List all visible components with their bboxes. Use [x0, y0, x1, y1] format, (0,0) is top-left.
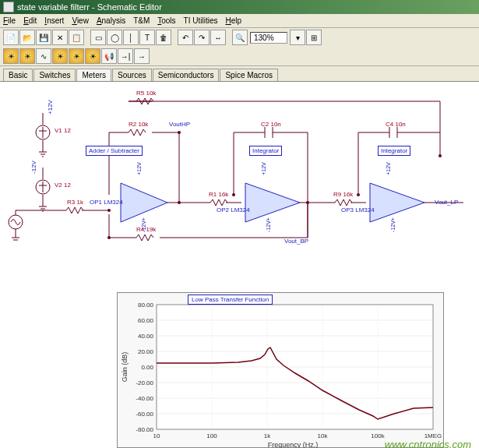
label-r5: R5 10k	[136, 90, 156, 97]
svg-text:Gain (dB): Gain (dB)	[121, 352, 129, 383]
sim-button-7[interactable]: 📢	[101, 48, 117, 64]
schematic-canvas[interactable]: V1 12 V2 12 +12V -12V R3 1k R2 10k R5 10…	[0, 82, 479, 448]
box-integ2: Integrator	[378, 146, 410, 156]
watermark: www.cntronics.com	[385, 439, 471, 448]
svg-text:10: 10	[153, 432, 160, 439]
label-r1: R1 16k	[209, 191, 228, 198]
label-v2: V2 12	[55, 182, 71, 189]
select-button[interactable]: ▭	[90, 30, 106, 45]
lasso-button[interactable]: ◯	[107, 30, 122, 45]
svg-text:60.00: 60.00	[138, 317, 154, 324]
bode-plot: Low Pass Transfer Function 80.00	[117, 292, 444, 448]
rotate-left-button[interactable]: ↶	[178, 30, 193, 45]
label-c2: C2 10n	[261, 121, 281, 128]
svg-text:-80.00: -80.00	[136, 426, 153, 433]
menu-tools[interactable]: Tools	[157, 16, 175, 25]
toolbar: 📄 📂 💾 ✕ 📋 ▭ ◯ │ T 🗑 ↶ ↷ ↔ 🔍 130% ▾ ⊞ ☀ ☀…	[0, 28, 479, 66]
net-voutbp: Vout_BP	[284, 238, 308, 245]
menu-tm[interactable]: T&M	[133, 16, 150, 25]
net-vouthp: VoutHP	[169, 121, 190, 128]
svg-text:40.00: 40.00	[138, 333, 154, 340]
sim-button-1[interactable]: ☀	[3, 48, 19, 64]
svg-point-9	[438, 154, 442, 157]
schematic-svg	[0, 82, 479, 300]
new-button[interactable]: 📄	[3, 30, 19, 45]
svg-point-3	[107, 209, 111, 212]
op1-n12: -12V+	[141, 217, 146, 232]
menu-bar: File Edit Insert View Analysis T&M Tools…	[0, 14, 479, 28]
tab-spice[interactable]: Spice Macros	[220, 69, 278, 81]
tab-sources[interactable]: Sources	[112, 69, 152, 81]
svg-point-8	[357, 193, 360, 196]
menu-edit[interactable]: Edit	[23, 16, 37, 25]
op2-p12: +12V	[261, 162, 266, 175]
op2-n12: -12V+	[266, 217, 271, 232]
title-bar: state variable filterr - Schematic Edito…	[0, 0, 479, 14]
label-r3: R3 1k	[67, 199, 83, 206]
svg-point-10	[107, 236, 111, 239]
mirror-button[interactable]: ↔	[210, 30, 226, 45]
delete-button[interactable]: 🗑	[156, 30, 171, 45]
window-title: state variable filterr - Schematic Edito…	[17, 2, 162, 12]
wire-button[interactable]: │	[123, 30, 139, 45]
menu-help[interactable]: Help	[226, 16, 242, 25]
app-icon	[3, 2, 14, 12]
box-adder: Adder / Subtracter	[86, 146, 143, 156]
svg-text:Frequency (Hz.): Frequency (Hz.)	[268, 441, 319, 448]
svg-text:-60.00: -60.00	[136, 411, 153, 418]
svg-text:100: 100	[206, 432, 217, 439]
rotate-right-button[interactable]: ↷	[194, 30, 210, 45]
text-button[interactable]: T	[139, 30, 155, 45]
zoom-button[interactable]: 🔍	[232, 30, 248, 45]
graph-svg: 80.00 60.00 40.00 20.00 0.00 -20.00 -40.…	[118, 293, 445, 448]
svg-point-5	[178, 131, 181, 134]
open-button[interactable]: 📂	[19, 30, 35, 45]
sim-button-9[interactable]: →	[134, 48, 150, 64]
menu-insert[interactable]: Insert	[44, 16, 64, 25]
label-op2: OP2 LM324	[217, 206, 250, 213]
tab-basic[interactable]: Basic	[3, 69, 33, 81]
label-v1: V1 12	[55, 127, 71, 134]
menu-analysis[interactable]: Analysis	[97, 16, 125, 25]
sim-button-6[interactable]: ☀	[85, 48, 100, 64]
svg-text:80.00: 80.00	[138, 302, 154, 309]
label-r9: R9 16k	[333, 191, 353, 198]
menu-tiutil[interactable]: TI Utilities	[184, 16, 218, 25]
svg-text:20.00: 20.00	[138, 348, 154, 355]
label-op1: OP1 LM324	[90, 199, 123, 206]
zoom-input[interactable]: 130%	[250, 32, 287, 44]
label-r2: R2 10k	[129, 121, 148, 128]
tab-meters[interactable]: Meters	[76, 69, 111, 81]
sim-button-4[interactable]: ☀	[52, 48, 68, 64]
save-button[interactable]: 💾	[36, 30, 51, 45]
copy-button[interactable]: 📋	[69, 30, 84, 45]
menu-view[interactable]: View	[72, 16, 89, 25]
op3-n12: -12V+	[390, 217, 396, 232]
close-button[interactable]: ✕	[52, 30, 68, 45]
svg-text:0.00: 0.00	[141, 364, 153, 371]
net-p12v: +12V	[47, 100, 54, 115]
svg-text:1k: 1k	[264, 432, 271, 439]
svg-point-7	[306, 201, 309, 204]
net-n12v: -12V	[30, 161, 37, 174]
label-c4: C4 10n	[386, 121, 406, 128]
svg-text:-20.00: -20.00	[136, 379, 153, 386]
sim-button-5[interactable]: ☀	[69, 48, 84, 64]
sim-button-8[interactable]: →|	[118, 48, 133, 64]
zoom-dropdown[interactable]: ▾	[290, 30, 305, 45]
sim-button-3[interactable]: ∿	[36, 48, 51, 64]
svg-point-6	[232, 193, 235, 196]
op3-p12: +12V	[386, 162, 391, 175]
tab-switches[interactable]: Switches	[33, 69, 76, 81]
sim-button-2[interactable]: ☀	[19, 48, 35, 64]
net-voutlp: Vout_LP	[435, 199, 458, 206]
label-op3: OP3 LM324	[341, 206, 375, 213]
svg-point-4	[178, 201, 181, 204]
svg-text:-40.00: -40.00	[136, 395, 153, 402]
grid-button[interactable]: ⊞	[306, 30, 322, 45]
box-integ1: Integrator	[249, 146, 282, 156]
tab-semiconductors[interactable]: Semiconductors	[153, 69, 220, 81]
svg-text:10k: 10k	[318, 432, 329, 439]
menu-file[interactable]: File	[3, 16, 16, 25]
op1-p12: +12V	[136, 162, 142, 175]
